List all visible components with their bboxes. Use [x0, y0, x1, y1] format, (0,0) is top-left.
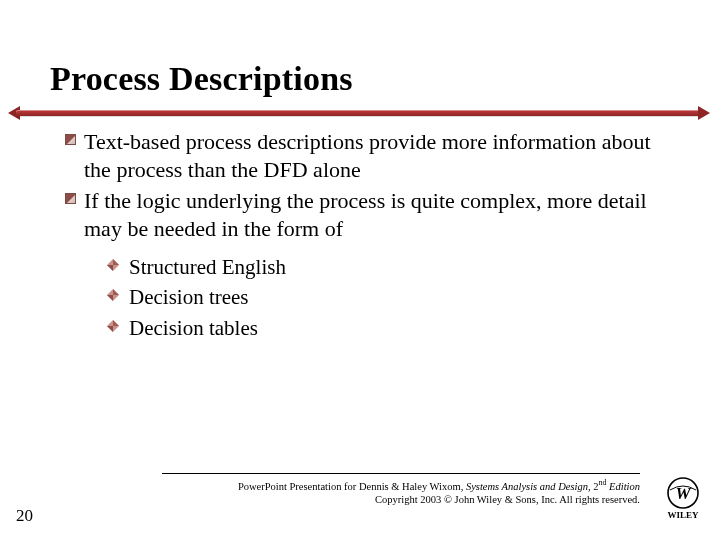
footer-prefix: PowerPoint Presentation for Dennis & Hal… [238, 481, 466, 492]
footer-credit: PowerPoint Presentation for Dennis & Hal… [50, 478, 640, 506]
svg-marker-8 [107, 326, 113, 332]
arrow-right-cap-icon [698, 106, 710, 120]
square-bullet-icon [65, 193, 76, 204]
square-bullet-icon [65, 134, 76, 145]
sub-bullet-text: Decision tables [129, 315, 258, 342]
footer-edition-suffix: Edition [606, 481, 640, 492]
wiley-logo-icon: W WILEY [660, 476, 706, 522]
svg-marker-7 [113, 320, 119, 326]
diamond-bullet-icon [107, 259, 119, 271]
title-underline-arrow [8, 106, 710, 120]
publisher-name: WILEY [667, 510, 699, 520]
bullet-level1: If the logic underlying the process is q… [65, 187, 670, 242]
footer: PowerPoint Presentation for Dennis & Hal… [50, 473, 640, 506]
svg-marker-2 [107, 265, 113, 271]
footer-divider [162, 473, 640, 474]
diamond-bullet-icon [107, 289, 119, 301]
bullet-level2: Decision tables [107, 315, 670, 342]
svg-marker-1 [113, 259, 119, 265]
footer-book-title: Systems Analysis and Design, [466, 481, 593, 492]
bullet-text: Text-based process descriptions provide … [84, 128, 670, 183]
page-number: 20 [16, 506, 33, 526]
sub-bullet-group: Structured English Decision trees Decisi… [107, 254, 670, 342]
footer-copyright: Copyright 2003 © John Wiley & Sons, Inc.… [375, 494, 640, 505]
bullet-level2: Decision trees [107, 284, 670, 311]
bullet-level1: Text-based process descriptions provide … [65, 128, 670, 183]
slide: Process Descriptions Text-based process … [0, 0, 720, 540]
bullet-text: If the logic underlying the process is q… [84, 187, 670, 242]
diamond-bullet-icon [107, 320, 119, 332]
bullet-level2: Structured English [107, 254, 670, 281]
slide-body: Text-based process descriptions provide … [65, 128, 670, 342]
slide-title: Process Descriptions [50, 60, 670, 98]
sub-bullet-text: Decision trees [129, 284, 249, 311]
title-block: Process Descriptions [50, 60, 670, 98]
sub-bullet-text: Structured English [129, 254, 286, 281]
svg-marker-4 [113, 289, 119, 295]
svg-marker-5 [107, 295, 113, 301]
arrow-bar-icon [16, 110, 702, 116]
publisher-logo: W WILEY [660, 476, 706, 526]
